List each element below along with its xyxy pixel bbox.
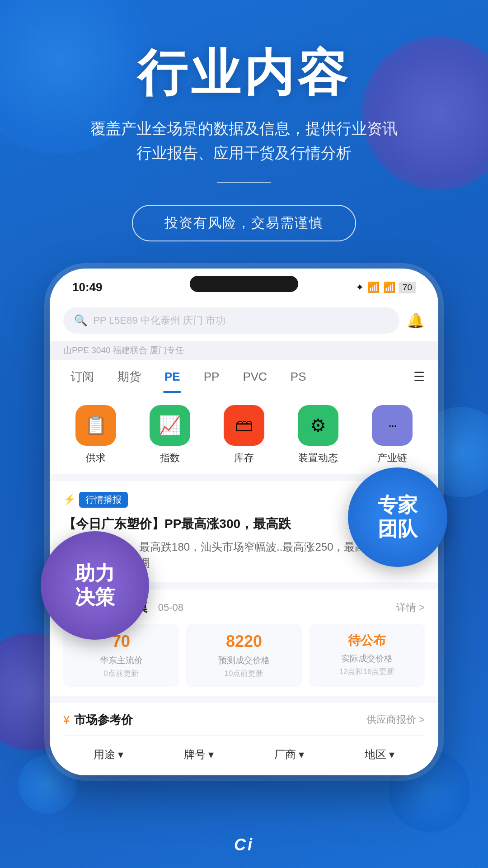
tab-pvc[interactable]: PVC	[231, 361, 278, 393]
supply-demand-label: 供求	[86, 451, 106, 465]
search-area: 🔍 PP L5E89 中化泰州 庆门 市功 🔔	[50, 300, 438, 341]
inventory-label: 库存	[234, 451, 254, 465]
risk-badge: 投资有风险，交易需谨慎	[132, 205, 356, 241]
floating-badge-decision: 助力 决策	[41, 531, 149, 640]
badge-decision-line2: 决策	[75, 585, 115, 609]
market-filters: 用途 ▾ 牌号 ▾ 厂商 ▾ 地区 ▾	[63, 735, 425, 766]
tab-subscribe[interactable]: 订阅	[59, 360, 106, 394]
icon-device-dynamic[interactable]: ⚙ 装置动态	[281, 405, 355, 465]
market-title-text: 市场参考价	[74, 712, 133, 728]
nav-menu-icon[interactable]: ☰	[409, 362, 429, 392]
market-header: ¥ 市场参考价 供应商报价 >	[63, 712, 425, 728]
hero-section: 行业内容 覆盖产业全场景的数据及信息，提供行业资讯 行业报告、应用干货及行情分析…	[0, 0, 488, 269]
index-icon: 📈	[150, 405, 190, 446]
badge-decision-line1: 助力	[75, 561, 115, 585]
status-bar: 10:49 ✦ 📶 📶 70	[50, 269, 438, 300]
market-title: ¥ 市场参考价	[63, 712, 133, 728]
search-icon: 🔍	[74, 314, 88, 327]
device-dynamic-icon: ⚙	[298, 405, 338, 446]
bottom-area: Ci	[0, 835, 488, 854]
search-bar[interactable]: 🔍 PP L5E89 中化泰州 庆门 市功	[63, 307, 399, 334]
price-actual-value: 待公布	[316, 632, 418, 649]
notch	[190, 276, 298, 292]
news-tag: 行情播报	[79, 492, 128, 508]
icons-grid: 📋 供求 📈 指数 🗃 库存 ⚙ 装置动态	[50, 394, 438, 474]
supply-demand-icon: 📋	[75, 405, 116, 446]
inventory-icon: 🗃	[224, 405, 264, 446]
nav-tabs: 订阅 期货 PE PP PVC PS ☰	[50, 360, 438, 394]
industry-chain-icon: ···	[372, 405, 413, 446]
price-value-predicted: 8220 预测成交价格 10点前更新	[186, 624, 302, 687]
filter-manufacturer[interactable]: 厂商 ▾	[244, 743, 334, 766]
battery-icon: 70	[399, 282, 416, 293]
filter-purpose[interactable]: 用途 ▾	[63, 743, 154, 766]
device-dynamic-label: 装置动态	[298, 451, 338, 465]
floating-badge-expert: 专家 团队	[348, 467, 447, 567]
status-icons: ✦ 📶 📶 70	[356, 282, 416, 293]
price-value-actual: 待公布 实际成交价格 12点和16点更新	[309, 624, 425, 687]
market-card: ¥ 市场参考价 供应商报价 > 用途 ▾ 牌号 ▾ 厂商 ▾ 地区 ▾	[50, 703, 438, 775]
signal-icon-2: 📶	[383, 282, 395, 293]
index-label: 指数	[160, 451, 180, 465]
icon-supply-demand[interactable]: 📋 供求	[59, 405, 133, 465]
bottom-text: Ci	[234, 835, 254, 854]
icon-inventory[interactable]: 🗃 库存	[207, 405, 281, 465]
status-time: 10:49	[72, 280, 103, 294]
hero-divider	[217, 182, 271, 183]
filter-brand[interactable]: 牌号 ▾	[154, 743, 244, 766]
bluetooth-icon: ✦	[356, 282, 364, 293]
price-east-desc: 华东主流价	[70, 655, 172, 666]
phone-wrapper: 10:49 ✦ 📶 📶 70 🔍 PP L5E89 中化泰州 庆门 市功	[50, 269, 438, 775]
price-predicted-update: 10点前更新	[193, 668, 295, 679]
icon-index[interactable]: 📈 指数	[133, 405, 207, 465]
tab-pp[interactable]: PP	[192, 361, 231, 393]
notification-bell-icon[interactable]: 🔔	[407, 312, 425, 329]
tab-futures[interactable]: 期货	[106, 360, 153, 394]
price-date: 05-08	[158, 602, 183, 613]
badge-expert-line2: 团队	[378, 517, 418, 541]
hero-title: 行业内容	[27, 45, 461, 100]
hero-subtitle: 覆盖产业全场景的数据及信息，提供行业资讯 行业报告、应用干货及行情分析	[27, 116, 461, 165]
badge-expert-line1: 专家	[378, 493, 418, 517]
market-icon: ¥	[63, 713, 70, 727]
search-placeholder: PP L5E89 中化泰州 庆门 市功	[93, 314, 225, 327]
signal-icon-1: 📶	[367, 282, 380, 293]
filter-region[interactable]: 地区 ▾	[334, 743, 425, 766]
price-detail-link[interactable]: 详情 >	[396, 601, 425, 614]
price-actual-desc: 实际成交价格	[316, 653, 418, 665]
price-east-update: 0点前更新	[70, 668, 172, 679]
industry-chain-label: 产业链	[377, 451, 407, 465]
price-actual-update: 12点和16点更新	[316, 666, 418, 677]
tab-ps[interactable]: PS	[279, 361, 318, 393]
icon-industry-chain[interactable]: ··· 产业链	[355, 405, 429, 465]
tab-pe[interactable]: PE	[153, 361, 192, 393]
search-hint: 山PPE 3040 福建联合 厦门专任	[50, 341, 438, 360]
price-predicted-value: 8220	[193, 632, 295, 651]
price-predicted-desc: 预测成交价格	[193, 655, 295, 666]
market-supplier-link[interactable]: 供应商报价 >	[366, 713, 425, 726]
